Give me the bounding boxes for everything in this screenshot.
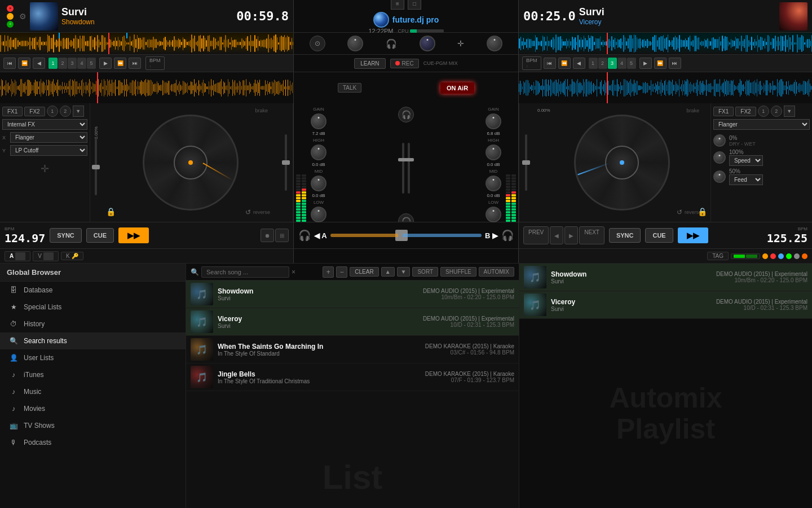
deck-a-pitch-right[interactable]	[285, 134, 287, 191]
deck-b-ff-btn[interactable]: ⏩	[654, 58, 667, 69]
deck-b-rew-btn[interactable]: ⏪	[558, 58, 571, 69]
sort-down-btn[interactable]: ▼	[397, 267, 411, 277]
deck-a-reverse-btn[interactable]: ↺ reverse	[245, 208, 270, 216]
mid-b-knob[interactable]	[486, 176, 501, 191]
deck-b-cue1[interactable]: 1	[589, 58, 598, 69]
deck-b-fx1-btn[interactable]: FX1	[713, 107, 734, 116]
deck-b-play-btn[interactable]: ▶▶	[678, 227, 708, 243]
sidebar-item-podcasts[interactable]: 🎙 Podcasts	[0, 434, 186, 451]
deck-a-rew-btn[interactable]: ⏪	[18, 58, 30, 69]
tag-dot-orange[interactable]	[802, 253, 807, 259]
high-b-knob[interactable]	[486, 144, 501, 160]
speed-knob[interactable]	[713, 151, 726, 164]
rec-btn[interactable]: REC	[390, 59, 419, 68]
remove-btn[interactable]: −	[336, 266, 347, 278]
speed-select[interactable]: Speed	[729, 155, 763, 166]
deck-a-loop-in[interactable]: ⏺	[261, 229, 274, 242]
deck-b-back-btn[interactable]: ◀	[573, 58, 585, 69]
deck-b-fx2-btn[interactable]: FX2	[735, 107, 756, 116]
track-row[interactable]: 🎵 When The Saints Go Marching In In The …	[186, 336, 519, 364]
deck-b-bpm-btn[interactable]: BPM↑	[522, 56, 541, 70]
minimize-window-icon[interactable]: □	[408, 0, 421, 10]
learn-btn[interactable]: LEARN	[354, 58, 385, 69]
mixer-controls-icon[interactable]: ≡	[391, 0, 404, 10]
deck-a-cue4[interactable]: 4	[77, 58, 86, 69]
add-btn[interactable]: +	[323, 266, 334, 278]
deck-a-vinyl-btn[interactable]: V	[33, 251, 59, 261]
sidebar-item-tv-shows[interactable]: 📺 TV Shows	[0, 417, 186, 434]
deck-a-lock-icon[interactable]: 🔒	[106, 207, 116, 216]
deck-b-cue3[interactable]: 3	[608, 58, 617, 69]
sidebar-item-search-results[interactable]: 🔍 Search results	[0, 332, 186, 349]
low-a-knob[interactable]	[311, 207, 326, 222]
deck-b-lock-icon[interactable]: 🔒	[698, 207, 707, 216]
maximize-icon[interactable]: +	[7, 21, 14, 28]
deck-b-cue-btn[interactable]: CUE	[645, 228, 673, 243]
hp-a-btn[interactable]: 🎧	[398, 107, 414, 122]
deck-b-cue4[interactable]: 4	[617, 58, 626, 69]
deck-a-gear[interactable]: ⚙	[19, 12, 27, 21]
deck-b-prev-btn[interactable]: ⏮	[544, 58, 556, 69]
deck-a-fx-down[interactable]: ▼	[73, 106, 84, 117]
fader-left[interactable]	[402, 125, 404, 211]
deck-b-fx-num2[interactable]: 2	[771, 106, 782, 117]
deck-a-internal-fx-select[interactable]: Internal FX	[2, 119, 87, 130]
gain-b-knob[interactable]	[486, 113, 501, 129]
search-input[interactable]	[201, 266, 289, 278]
sort-btn[interactable]: SORT	[412, 267, 438, 277]
sidebar-item-special-lists[interactable]: ★ Special Lists	[0, 299, 186, 316]
automix-track-row[interactable]: 🎵 Viceroy Survi DEMO AUDIO (2015) | Expe…	[519, 291, 812, 319]
fader-right[interactable]	[408, 125, 410, 211]
shuffle-btn[interactable]: SHUFFLE	[440, 267, 476, 277]
deck-a-prev-btn[interactable]: ⏮	[3, 58, 16, 69]
deck-b-pitch-slider-l[interactable]	[525, 134, 527, 191]
deck-b-next-nav[interactable]: NEXT	[579, 226, 604, 244]
deck-a-cue2[interactable]: 2	[58, 58, 67, 69]
deck-a-fwd-btn[interactable]: ▶	[99, 58, 112, 69]
deck-a-loop-grid[interactable]: ⊞	[275, 229, 289, 242]
minimize-icon[interactable]: −	[7, 13, 14, 20]
feed-select[interactable]: Feed	[729, 174, 763, 185]
sidebar-item-user-lists[interactable]: 👤 User Lists	[0, 349, 186, 366]
headphone-b-btn[interactable]: 🎧	[501, 229, 514, 242]
deck-b-fx-num1[interactable]: 1	[758, 106, 769, 117]
deck-a-cue1[interactable]: 1	[48, 58, 58, 69]
deck-a-key-lock-btn[interactable]: K 🔑	[61, 252, 83, 260]
deck-b-end-btn[interactable]: ⏭	[669, 58, 681, 69]
deck-b-nav-left[interactable]: ◀	[550, 226, 563, 244]
close-icon[interactable]: ×	[7, 5, 14, 12]
tag-dot-white[interactable]	[794, 253, 800, 259]
knob-1[interactable]	[347, 36, 363, 51]
deck-b-tag-btn[interactable]: TAG	[707, 252, 729, 260]
deck-b-cue5[interactable]: 5	[627, 58, 636, 69]
deck-a-fx1-btn[interactable]: FX1	[2, 107, 23, 116]
deck-a-lp-select[interactable]: LP Cutoff	[10, 145, 87, 156]
low-b-knob[interactable]	[486, 207, 501, 222]
deck-b-cue2[interactable]: 2	[598, 58, 607, 69]
input-record-btn[interactable]: ⊙	[310, 36, 325, 51]
deck-b-turntable[interactable]	[574, 115, 670, 211]
headphone-icon[interactable]: 🎧	[386, 38, 397, 49]
deck-a-sync-btn[interactable]: SYNC	[50, 228, 82, 243]
knob-3[interactable]	[487, 36, 502, 51]
deck-a-cue3[interactable]: 3	[68, 58, 77, 69]
deck-b-nav-right[interactable]: ▶	[564, 226, 578, 244]
deck-a-opt-a[interactable]: A	[5, 251, 30, 261]
on-air-btn[interactable]: ON AiR	[440, 82, 474, 94]
deck-b-fx-down[interactable]: ▼	[784, 106, 795, 117]
mid-a-knob[interactable]	[311, 176, 326, 191]
tag-dot-blue[interactable]	[778, 253, 784, 259]
tag-dot-red[interactable]	[770, 253, 776, 259]
sidebar-item-database[interactable]: 🗄 Database	[0, 282, 186, 299]
knob-2[interactable]	[420, 36, 435, 51]
dry-wet-knob[interactable]	[713, 134, 726, 147]
deck-a-fx2-btn[interactable]: FX2	[24, 107, 45, 116]
feed-knob[interactable]	[713, 170, 726, 183]
deck-a-turntable[interactable]	[143, 115, 239, 211]
sidebar-item-music[interactable]: ♪ Music	[0, 383, 186, 400]
clear-btn[interactable]: CLEAR	[350, 267, 378, 277]
deck-a-pitch-slider[interactable]	[95, 139, 97, 195]
talk-btn[interactable]: TALK	[338, 83, 361, 93]
track-row[interactable]: 🎵 Viceroy Survi DEMO AUDIO (2015) | Expe…	[186, 308, 519, 336]
deck-a-fx-num1[interactable]: 1	[47, 106, 58, 117]
